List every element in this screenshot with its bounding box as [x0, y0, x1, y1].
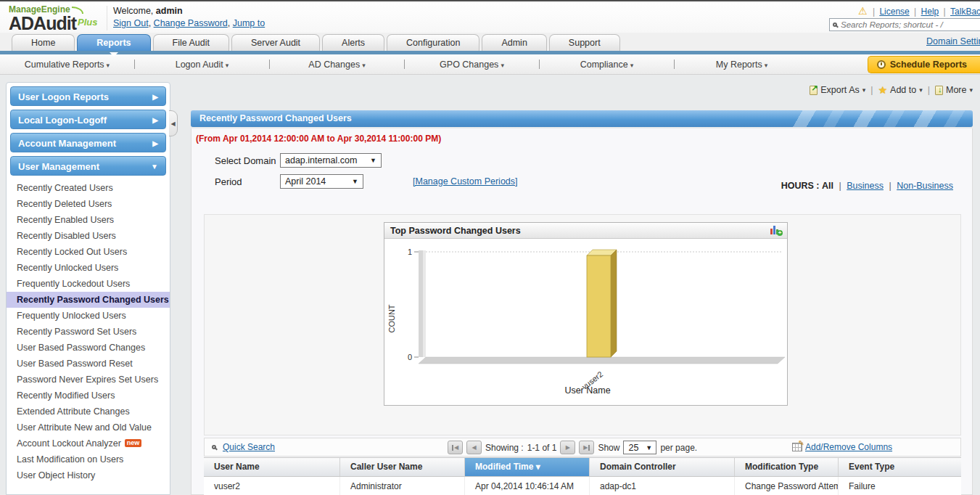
sidebar-item-recently-created-users[interactable]: Recently Created Users	[7, 180, 170, 196]
table-row[interactable]: vuser2 Administrator Apr 04,2014 10:46:1…	[204, 477, 961, 495]
more-button[interactable]: More▾	[935, 85, 973, 95]
sidebar-report-list: Recently Created Users Recently Deleted …	[7, 180, 170, 483]
item-label: User Attribute New and Old Value	[17, 422, 152, 433]
sidebar-item-recently-password-changed-users[interactable]: Recently Password Changed Users	[7, 292, 170, 308]
column-header-modified-time[interactable]: Modified Time ▾	[465, 458, 590, 476]
sidebar-section-account-management[interactable]: Account Management▶	[10, 133, 166, 152]
chevron-down-icon: ▾	[362, 62, 366, 69]
pipe-separator: |	[873, 7, 875, 17]
tab-home[interactable]: Home	[12, 34, 75, 51]
chart-type-icon[interactable]: +	[770, 226, 783, 236]
sidebar-item-frequently-unlocked-users[interactable]: Frequently Unlocked Users	[7, 308, 170, 324]
talkback-link[interactable]: TalkBack	[950, 7, 980, 17]
hours-non-business-link[interactable]: Non-Business	[897, 181, 953, 191]
sidebar-section-user-logon-reports[interactable]: User Logon Reports▶	[10, 86, 166, 106]
menu-ad-changes[interactable]: AD Changes▾	[270, 60, 404, 70]
sidebar-item-user-based-password-changes[interactable]: User Based Password Changes	[7, 340, 170, 356]
column-header-caller-user-name[interactable]: Caller User Name	[340, 458, 465, 476]
sidebar-item-password-never-expires-set-users[interactable]: Password Never Expires Set Users	[7, 372, 170, 388]
tab-reports[interactable]: Reports	[77, 34, 150, 51]
first-page-button[interactable]: ◀	[448, 441, 463, 454]
column-header-domain-controller[interactable]: Domain Controller	[590, 458, 735, 476]
sidebar-item-recently-locked-out-users[interactable]: Recently Locked Out Users	[7, 244, 170, 260]
hours-all[interactable]: All	[822, 181, 833, 191]
add-to-button[interactable]: ★Add to▾	[878, 84, 923, 96]
sidebar-item-recently-deleted-users[interactable]: Recently Deleted Users	[7, 196, 170, 212]
toolbar-separator: |	[870, 85, 873, 95]
quick-search-icon	[212, 445, 216, 449]
sidebar-item-account-lockout-analyzer[interactable]: Account Lockout Analyzernew	[7, 435, 170, 451]
menu-cumulative-reports[interactable]: Cumulative Reports▾	[0, 60, 134, 70]
add-remove-columns-link[interactable]: Add/Remove Columns	[805, 442, 892, 452]
item-label: Recently Password Set Users	[17, 327, 136, 337]
menu-compliance[interactable]: Compliance▾	[540, 60, 674, 70]
tab-label: Admin	[501, 38, 527, 48]
report-search-box[interactable]	[829, 18, 980, 31]
chevron-down-icon: ▾	[501, 62, 504, 69]
sidebar-collapse-handle[interactable]: ◀	[169, 110, 178, 136]
section-label: Account Management	[18, 138, 116, 149]
adaudit-report-page: { "header": { "brand": { "company": "Man…	[0, 0, 980, 495]
hours-label: HOURS :	[781, 181, 820, 191]
domain-select[interactable]: adap.internal.com ▼	[280, 153, 382, 168]
hours-business-link[interactable]: Business	[847, 181, 884, 191]
last-page-button[interactable]: ▶	[579, 441, 594, 454]
sidebar-section-local-logon-logoff[interactable]: Local Logon-Logoff▶	[10, 110, 166, 129]
export-as-button[interactable]: Export As▾	[810, 85, 865, 95]
jump-to-link[interactable]: Jump to	[233, 18, 265, 28]
prev-page-button[interactable]: ◀	[466, 441, 482, 454]
bar-vuser2[interactable]	[587, 255, 611, 357]
search-input[interactable]	[841, 20, 980, 29]
tab-server-audit[interactable]: Server Audit	[231, 34, 320, 51]
chevron-down-icon: ▾	[919, 86, 923, 94]
reports-menu-bar: Cumulative Reports▾ Logon Audit▾ AD Chan…	[0, 54, 980, 75]
domain-settings-link[interactable]: Domain Settings	[926, 36, 980, 46]
comma: ,	[149, 18, 151, 28]
cell-caller-user-name: Administrator	[340, 477, 465, 495]
menu-my-reports[interactable]: My Reports▾	[675, 60, 809, 70]
sidebar-item-recently-unlocked-users[interactable]: Recently Unlocked Users	[7, 260, 170, 276]
item-label: Last Modification on Users	[17, 454, 123, 465]
sidebar-item-last-modification-on-users[interactable]: Last Modification on Users	[7, 451, 170, 467]
sidebar-item-recently-enabled-users[interactable]: Recently Enabled Users	[7, 212, 170, 228]
sidebar-item-user-based-password-reset[interactable]: User Based Password Reset	[7, 356, 170, 372]
sign-out-link[interactable]: Sign Out	[113, 18, 149, 28]
quick-search-link[interactable]: Quick Search	[223, 442, 275, 452]
pipe-separator: |	[914, 7, 916, 17]
sidebar-item-recently-password-set-users[interactable]: Recently Password Set Users	[7, 324, 170, 340]
sidebar-item-user-attribute-new-and-old-value[interactable]: User Attribute New and Old Value	[7, 420, 170, 435]
tab-alerts[interactable]: Alerts	[322, 34, 384, 51]
tab-configuration[interactable]: Configuration	[387, 34, 479, 51]
sidebar-section-user-management[interactable]: User Management▼	[10, 156, 166, 176]
manage-custom-periods-link[interactable]: [Manage Custom Periods]	[413, 176, 518, 187]
tab-admin[interactable]: Admin	[482, 34, 546, 51]
title-bar-stripes	[784, 110, 973, 127]
sidebar-item-user-object-history[interactable]: User Object History	[7, 467, 170, 483]
column-header-modification-type[interactable]: Modification Type	[735, 458, 839, 476]
period-select[interactable]: April 2014 ▼	[280, 174, 363, 189]
column-header-user-name[interactable]: User Name	[204, 458, 340, 476]
item-label: Frequently Lockedout Users	[17, 279, 130, 289]
app-header: ManageEngine ADAuditPlus Welcome, admin …	[0, 1, 980, 33]
column-header-event-type[interactable]: Event Type	[839, 458, 961, 476]
sidebar-item-recently-modified-users[interactable]: Recently Modified Users	[7, 388, 170, 404]
help-link[interactable]: Help	[921, 7, 939, 17]
change-password-link[interactable]: Change Password	[154, 18, 228, 28]
main-tab-bar: Home Reports File Audit Server Audit Ale…	[0, 33, 980, 51]
warning-icon[interactable]: ⚠	[858, 5, 868, 17]
next-page-button[interactable]: ▶	[560, 441, 575, 454]
page-size-select[interactable]: 25 ▼	[623, 441, 656, 454]
sidebar-item-frequently-lockedout-users[interactable]: Frequently Lockedout Users	[7, 276, 170, 292]
license-link[interactable]: License	[879, 7, 909, 17]
schedule-reports-button[interactable]: Schedule Reports	[868, 56, 980, 73]
menu-gpo-changes[interactable]: GPO Changes▾	[405, 60, 539, 70]
tab-file-audit[interactable]: File Audit	[153, 34, 229, 51]
menu-logon-audit[interactable]: Logon Audit▾	[135, 60, 269, 70]
sidebar-item-extended-attribute-changes[interactable]: Extended Attribute Changes	[7, 404, 170, 420]
first-page-icon: ◀	[454, 444, 458, 451]
new-badge: new	[125, 439, 142, 447]
sidebar-item-recently-disabled-users[interactable]: Recently Disabled Users	[7, 228, 170, 244]
tab-support[interactable]: Support	[549, 34, 620, 51]
add-remove-columns[interactable]: Add/Remove Columns	[792, 442, 892, 452]
chart-section: Top Password Changed Users + 1 0 COUNT v…	[204, 214, 961, 435]
